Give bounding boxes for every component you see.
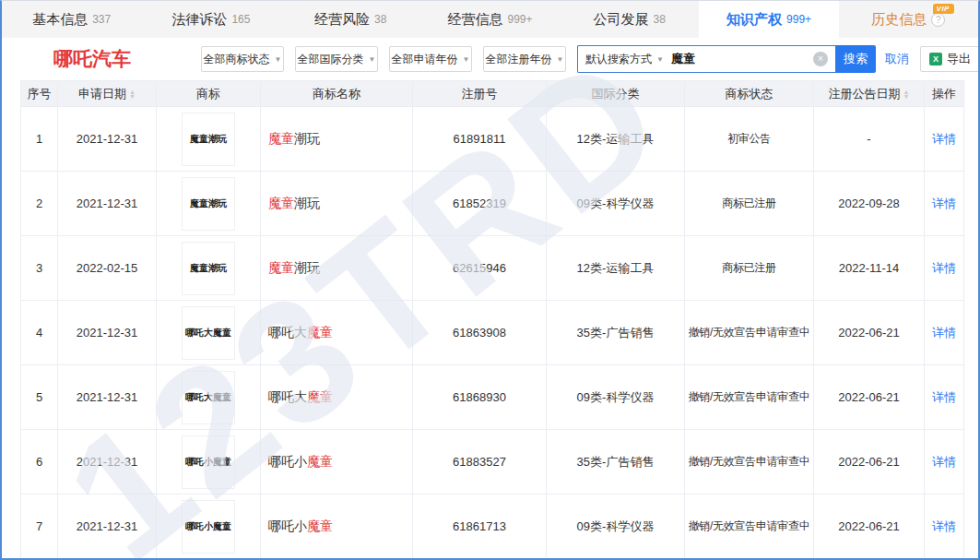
tab-label: 经营信息	[447, 11, 502, 29]
trademark-image[interactable]: 魔童潮玩	[182, 177, 235, 231]
trademark-image[interactable]: 哪吒小魔童	[182, 435, 235, 489]
header-mark-name: 商标名称	[261, 81, 413, 107]
cell-mark: 哪吒大魔童	[157, 301, 261, 365]
cell-mark-name: 魔童潮玩	[261, 172, 413, 236]
detail-link[interactable]: 详情	[932, 197, 956, 210]
header-intl-class: 国际分类	[547, 81, 685, 107]
tab[interactable]: 知识产权 999+	[699, 1, 838, 38]
trademark-image[interactable]: 哪吒大魔童	[182, 371, 235, 424]
cell-apply-date: 2022-02-15	[58, 236, 157, 301]
header-apply-date: 申请日期▲▼	[58, 81, 157, 107]
export-button[interactable]: X 导出	[920, 46, 980, 72]
cell-pub-date: 2022-09-28	[814, 172, 925, 236]
tab-label: 知识产权	[726, 11, 782, 29]
filter-dropdown[interactable]: 全部注册年份 ▼	[483, 46, 566, 72]
detail-link[interactable]: 详情	[932, 519, 956, 533]
cell-reg-no: 61891811	[413, 107, 547, 172]
help-icon[interactable]: ?	[931, 13, 945, 27]
cell-action: 详情	[925, 301, 964, 365]
sort-icon[interactable]: ▲▼	[129, 89, 136, 99]
header-action: 操作	[925, 81, 964, 107]
sort-icon[interactable]: ▲▼	[903, 89, 910, 99]
table-body: 1 2021-12-31 魔童潮玩 魔童潮玩 61891811 12类-运输工具…	[21, 107, 964, 559]
tab-label: 基本信息	[32, 11, 88, 29]
cancel-link[interactable]: 取消	[885, 51, 909, 67]
cell-intl-class: 09类-科学仪器	[547, 365, 685, 430]
filter-dropdown[interactable]: 全部商标状态 ▼	[201, 46, 284, 72]
cell-no: 3	[21, 236, 58, 301]
toolbar: 哪吒汽车 全部商标状态 ▼ 全部国际分类 ▼ 全部申请年份 ▼	[2, 38, 978, 80]
trademark-image[interactable]: 魔童潮玩	[182, 242, 235, 295]
cell-intl-class: 09类-科学仪器	[547, 494, 685, 559]
filter-dropdown[interactable]: 全部申请年份 ▼	[389, 46, 472, 72]
cell-mark-name: 哪吒大魔童	[261, 301, 413, 365]
cell-mark: 哪吒大魔童	[157, 365, 261, 430]
cell-mark: 魔童潮玩	[157, 236, 261, 301]
search-mode-selector[interactable]: 默认搜索方式 ▼	[585, 52, 664, 67]
company-name: 哪吒汽车	[53, 46, 131, 72]
cell-apply-date: 2021-12-31	[58, 172, 157, 236]
cell-apply-date: 2021-12-31	[58, 107, 157, 172]
table-header-row: 序号 申请日期▲▼ 商标 商标名称 注册号 国际分类 商标状态 注册公告日期▲▼…	[21, 81, 964, 107]
tab-bar: 基本信息 337 法律诉讼 165 经营风险 38 经营信息 99	[2, 1, 978, 38]
filter-dropdown-label: 全部注册年份	[486, 52, 552, 67]
detail-link[interactable]: 详情	[932, 390, 956, 404]
tab[interactable]: 历史信息 ? VIP	[839, 1, 978, 38]
table-row: 1 2021-12-31 魔童潮玩 魔童潮玩 61891811 12类-运输工具…	[21, 107, 964, 172]
cell-status: 撤销/无效宣告申请审查中	[685, 301, 814, 365]
detail-link[interactable]: 详情	[932, 455, 956, 469]
cell-no: 4	[21, 301, 58, 365]
cell-mark-name: 魔童潮玩	[261, 107, 413, 172]
filter-dropdowns: 全部商标状态 ▼ 全部国际分类 ▼ 全部申请年份 ▼ 全部注册年份 ▼	[201, 46, 577, 72]
search-button[interactable]: 搜索	[835, 45, 876, 73]
trademark-table: 序号 申请日期▲▼ 商标 商标名称 注册号 国际分类 商标状态 注册公告日期▲▼…	[20, 80, 964, 559]
tab[interactable]: 经营信息 999+	[420, 1, 560, 38]
table-row: 3 2022-02-15 魔童潮玩 魔童潮玩 62615946 12类-运输工具…	[21, 236, 964, 301]
trademark-image[interactable]: 魔童潮玩	[182, 113, 235, 166]
cell-status: 商标已注册	[685, 236, 814, 301]
chevron-down-icon: ▼	[656, 55, 664, 64]
chevron-down-icon: ▼	[369, 55, 376, 64]
tab[interactable]: 经营风险 38	[281, 1, 420, 38]
detail-link[interactable]: 详情	[932, 132, 956, 146]
filter-dropdown-label: 全部申请年份	[392, 52, 458, 67]
detail-link[interactable]: 详情	[932, 261, 956, 275]
cell-no: 6	[21, 430, 58, 494]
cell-no: 7	[21, 494, 58, 559]
tab[interactable]: 公司发展 38	[560, 1, 699, 38]
cell-status: 初审公告	[685, 107, 814, 172]
cell-mark-name: 哪吒小魔童	[261, 430, 413, 494]
export-label: 导出	[947, 51, 971, 67]
cell-reg-no: 61861713	[413, 494, 547, 559]
tab-label: 法律诉讼	[171, 11, 227, 29]
search-mode-label: 默认搜索方式	[585, 52, 652, 67]
cell-pub-date: -	[814, 107, 925, 172]
cell-pub-date: 2022-06-21	[814, 430, 925, 494]
cell-pub-date: 2022-11-14	[814, 236, 925, 301]
search-input[interactable]	[671, 53, 813, 66]
tab[interactable]: 法律诉讼 165	[141, 1, 280, 38]
cell-reg-no: 62615946	[413, 236, 547, 301]
header-mark: 商标	[157, 81, 261, 107]
trademark-image[interactable]: 哪吒大魔童	[182, 306, 235, 360]
clear-icon[interactable]: ×	[813, 52, 828, 66]
search-group: 默认搜索方式 ▼ × 搜索	[577, 45, 876, 73]
cell-no: 5	[21, 365, 58, 430]
tab-count: 999+	[786, 13, 811, 26]
vip-badge: VIP	[933, 4, 954, 14]
filter-dropdown-label: 全部商标状态	[204, 52, 270, 67]
header-no: 序号	[21, 81, 58, 107]
chevron-down-icon: ▼	[463, 55, 470, 64]
cell-status: 商标已注册	[685, 172, 814, 236]
cell-mark-name: 魔童潮玩	[261, 236, 413, 301]
cell-apply-date: 2021-12-31	[58, 494, 157, 559]
cell-reg-no: 61863908	[413, 301, 547, 365]
filter-dropdown[interactable]: 全部国际分类 ▼	[295, 46, 378, 72]
tab-count: 165	[231, 13, 250, 26]
trademark-image[interactable]: 哪吒小魔童	[182, 500, 235, 554]
detail-link[interactable]: 详情	[932, 326, 956, 340]
cell-intl-class: 12类-运输工具	[547, 107, 685, 172]
cell-apply-date: 2021-12-31	[58, 365, 157, 430]
tab[interactable]: 基本信息 337	[2, 1, 141, 38]
table-row: 5 2021-12-31 哪吒大魔童 哪吒大魔童 61868930 09类-科学…	[21, 365, 964, 430]
